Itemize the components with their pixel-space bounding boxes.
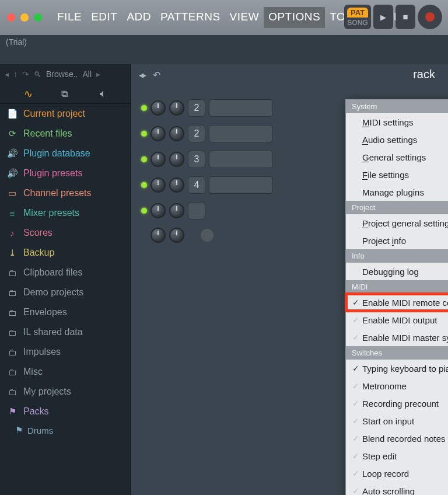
menu-item-label: Project info — [362, 236, 448, 246]
pan-knob[interactable] — [150, 126, 166, 141]
channel-led[interactable] — [141, 131, 147, 137]
menu-item-start-on-input[interactable]: ✓Start on inputCmd+I — [346, 412, 448, 430]
menu-item-midi-settings[interactable]: MIDI settingsF10 — [346, 113, 448, 131]
channel-number[interactable] — [188, 202, 205, 219]
pan-knob[interactable] — [150, 152, 166, 167]
pan-knob[interactable] — [150, 177, 166, 193]
undo-icon[interactable] — [153, 69, 160, 81]
menu-item-enable-midi-remote-control[interactable]: ✓Enable MIDI remote control — [346, 294, 448, 311]
channel-name-button[interactable] — [209, 176, 273, 194]
vol-knob[interactable] — [169, 100, 184, 116]
menu-item-metronome[interactable]: ✓MetronomeCmd+M — [346, 377, 448, 395]
waveform-icon[interactable]: ∿ — [24, 88, 33, 100]
browser-item-impulses[interactable]: 🗀Impulses — [0, 342, 130, 362]
browser-item-current-project[interactable]: 📄Current project — [0, 104, 130, 124]
menu-file[interactable]: FILE — [52, 7, 86, 28]
play-button[interactable] — [373, 5, 393, 29]
browser-item-backup[interactable]: ⤓Backup — [0, 243, 130, 263]
zoom-window-button[interactable] — [34, 13, 42, 22]
browser-item-plugin-database[interactable]: 🔊Plugin database — [0, 144, 130, 163]
speaker-icon[interactable] — [97, 89, 106, 99]
menu-item-typing-keyboard-to-piano[interactable]: ✓Typing keyboard to pianoCmd+T — [346, 360, 448, 377]
menu-item-project-general-settings[interactable]: Project general settings — [346, 214, 448, 232]
vol-knob[interactable] — [169, 126, 184, 141]
pan-knob[interactable] — [150, 203, 166, 218]
menu-item-recording-precount[interactable]: ✓Recording precountCmd+P — [346, 395, 448, 412]
channel-number[interactable]: 2 — [188, 99, 205, 117]
pattern-song-toggle[interactable]: PAT SONG — [344, 5, 371, 29]
browser-item-misc[interactable]: 🗀Misc — [0, 362, 130, 382]
copy-icon[interactable] — [61, 89, 68, 99]
channel-row: 4 — [141, 176, 273, 194]
channel-name-button[interactable] — [209, 125, 273, 142]
channel-name-button[interactable] — [209, 151, 273, 168]
titlebar: FILEEDITADDPATTERNSVIEWOPTIONSTOOLSHELP … — [0, 0, 448, 35]
browser-toolbar: Browse.. All ▸ — [0, 64, 130, 84]
menu-item-general-settings[interactable]: General settings — [346, 148, 448, 166]
channel-led[interactable] — [141, 208, 147, 214]
vol-knob[interactable] — [169, 228, 184, 243]
browser-item-packs[interactable]: ⚑Packs — [0, 402, 130, 421]
menu-item-file-settings[interactable]: File settings — [346, 166, 448, 183]
browser-item-recent-files[interactable]: ⟳Recent files — [0, 124, 130, 144]
browser-subitem-drums[interactable]: ⚑Drums — [0, 421, 130, 439]
menu-item-debugging-log[interactable]: Debugging log — [346, 263, 448, 280]
pan-knob[interactable] — [150, 100, 166, 116]
close-window-button[interactable] — [7, 13, 15, 22]
menu-item-blend-recorded-notes[interactable]: ✓Blend recorded notesCmd+B — [346, 430, 448, 447]
browser-item-plugin-presets[interactable]: 🔊Plugin presets — [0, 163, 130, 183]
vol-knob[interactable] — [169, 203, 184, 218]
up-icon[interactable] — [13, 69, 18, 79]
menu-item-project-info[interactable]: Project infoF11 — [346, 232, 448, 249]
channel-led[interactable] — [141, 156, 147, 162]
vol-knob[interactable] — [169, 177, 184, 193]
channel-led[interactable] — [141, 182, 147, 188]
menu-item-enable-midi-output[interactable]: ✓Enable MIDI output — [346, 311, 448, 329]
stop-button[interactable] — [396, 5, 415, 29]
song-mode-label: SONG — [347, 18, 368, 27]
record-icon — [425, 12, 435, 22]
back-icon[interactable] — [5, 69, 9, 79]
forward-icon[interactable] — [22, 69, 29, 79]
search-icon[interactable] — [34, 69, 41, 79]
menu-item-loop-record[interactable]: ✓Loop record — [346, 465, 448, 482]
menu-add[interactable]: ADD — [122, 7, 156, 28]
browser-item-demo-projects[interactable]: 🗀Demo projects — [0, 283, 130, 302]
chevron-right-icon[interactable]: ▸ — [96, 69, 100, 79]
browser-item-envelopes[interactable]: 🗀Envelopes — [0, 302, 130, 322]
browser-item-mixer-presets[interactable]: ≡Mixer presets — [0, 203, 130, 223]
menu-view[interactable]: VIEW — [225, 7, 264, 28]
browser-item-clipboard-files[interactable]: 🗀Clipboard files — [0, 263, 130, 283]
channel-number[interactable]: 4 — [188, 176, 205, 194]
menu-item-manage-plugins[interactable]: Manage plugins — [346, 183, 448, 201]
record-button[interactable] — [418, 5, 442, 29]
menu-options[interactable]: OPTIONS — [264, 7, 325, 28]
chevron-left-icon[interactable]: ▸ — [139, 69, 145, 81]
channel-number[interactable]: 2 — [188, 125, 205, 142]
pan-knob[interactable] — [150, 228, 166, 243]
browser-filter[interactable]: All — [82, 69, 92, 79]
menu-item-step-edit[interactable]: ✓Step editCmd+E — [346, 447, 448, 465]
menu-item-auto-scrolling[interactable]: ✓Auto scrolling — [346, 482, 448, 495]
channel-led[interactable] — [141, 105, 147, 111]
browser-item-label: Envelopes — [23, 307, 67, 318]
browser-item-channel-presets[interactable]: ▭Channel presets — [0, 183, 130, 203]
minimize-window-button[interactable] — [20, 13, 29, 22]
channel-number[interactable]: 3 — [188, 151, 205, 168]
menu-item-label: Recording precount — [362, 399, 448, 409]
channel-name-button[interactable] — [209, 99, 273, 117]
browser-item-il-shared-data[interactable]: 🗀IL shared data — [0, 322, 130, 342]
browser-item-scores[interactable]: ♪Scores — [0, 223, 130, 243]
menu-item-enable-midi-master-sync[interactable]: ✓Enable MIDI master sync — [346, 329, 448, 346]
channel-row: 3 — [141, 151, 273, 168]
menu-patterns[interactable]: PATTERNS — [156, 7, 225, 28]
channel-row — [141, 202, 273, 219]
browser-item-my-projects[interactable]: 🗀My projects — [0, 382, 130, 402]
menu-item-audio-settings[interactable]: Audio settings — [346, 131, 448, 148]
color-swatch[interactable] — [201, 229, 214, 242]
vol-knob[interactable] — [169, 152, 184, 167]
menu-edit[interactable]: EDIT — [86, 7, 122, 28]
menu-item-label: Audio settings — [362, 135, 448, 145]
folder-icon: 🗀 — [7, 288, 18, 298]
browser-item-label: Backup — [23, 248, 54, 258]
